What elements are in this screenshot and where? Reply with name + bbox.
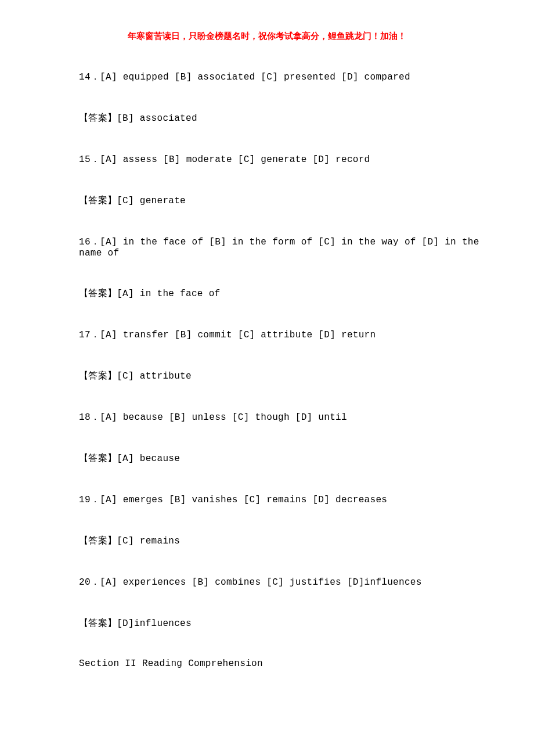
answer-label: 【答案】 [79, 535, 117, 545]
answer-label: 【答案】 [79, 195, 117, 205]
answer-value: [A] in the face of [117, 289, 220, 299]
answer-label: 【答案】 [79, 113, 117, 123]
question-14: 14．[A] equipped [B] associated [C] prese… [79, 71, 499, 83]
answer-value: [C] remains [117, 536, 180, 546]
answer-value: [C] attribute [117, 371, 192, 381]
answer-value: [C] generate [117, 196, 186, 206]
section-heading: Section II Reading Comprehension [79, 658, 499, 669]
answer-16: 【答案】[A] in the face of [79, 287, 499, 300]
answer-14: 【答案】[B] associated [79, 112, 499, 124]
answer-17: 【答案】[C] attribute [79, 370, 499, 382]
header-banner: 年寒窗苦读日，只盼金榜题名时，祝你考试拿高分，鲤鱼跳龙门！加油！ [0, 31, 534, 42]
answer-label: 【答案】 [79, 370, 117, 380]
question-options: ．[A] equipped [B] associated [C] present… [91, 72, 410, 82]
question-18: 18．[A] because [B] unless [C] though [D]… [79, 411, 499, 423]
question-num: 16 [79, 237, 91, 247]
answer-label: 【答案】 [79, 618, 117, 628]
answer-label: 【答案】 [79, 453, 117, 463]
answer-value: [A] because [117, 453, 180, 464]
question-num: 14 [79, 72, 91, 82]
question-20: 20．[A] experiences [B] combines [C] just… [79, 576, 499, 588]
question-options: ．[A] in the face of [B] in the form of [… [79, 237, 479, 258]
question-16: 16．[A] in the face of [B] in the form of… [79, 236, 499, 258]
question-options: ．[A] assess [B] moderate [C] generate [D… [91, 154, 370, 165]
question-num: 20 [79, 577, 91, 588]
question-options: ．[A] transfer [B] commit [C] attribute [… [91, 330, 376, 340]
question-num: 19 [79, 495, 91, 505]
answer-19: 【答案】[C] remains [79, 535, 499, 547]
answer-label: 【答案】 [79, 288, 117, 298]
answer-15: 【答案】[C] generate [79, 195, 499, 207]
answer-value: [D]influences [117, 618, 192, 629]
answer-18: 【答案】[A] because [79, 452, 499, 465]
question-options: ．[A] because [B] unless [C] though [D] u… [91, 412, 347, 423]
question-17: 17．[A] transfer [B] commit [C] attribute… [79, 329, 499, 341]
question-num: 17 [79, 330, 91, 340]
question-15: 15．[A] assess [B] moderate [C] generate … [79, 153, 499, 165]
question-num: 15 [79, 154, 91, 165]
question-19: 19．[A] emerges [B] vanishes [C] remains … [79, 494, 499, 506]
answer-value: [B] associated [117, 113, 197, 124]
answer-20: 【答案】[D]influences [79, 617, 499, 629]
question-options: ．[A] experiences [B] combines [C] justif… [91, 577, 422, 588]
question-num: 18 [79, 412, 91, 423]
question-options: ．[A] emerges [B] vanishes [C] remains [D… [91, 495, 387, 505]
content-area: 14．[A] equipped [B] associated [C] prese… [0, 71, 534, 669]
